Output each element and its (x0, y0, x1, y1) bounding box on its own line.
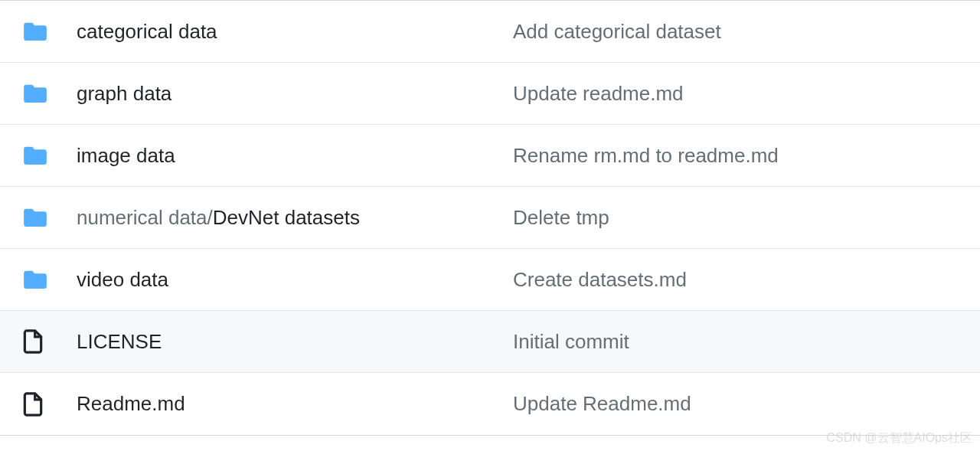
folder-name-link[interactable]: video data (77, 268, 513, 292)
item-name: Readme.md (77, 392, 185, 416)
folder-icon (23, 270, 47, 289)
file-row[interactable]: image dataRename rm.md to readme.md (0, 125, 980, 187)
file-row[interactable]: categorical dataAdd categorical dataset (0, 1, 980, 63)
commit-message-link[interactable]: Update Readme.md (513, 392, 957, 416)
icon-cell (23, 392, 77, 417)
commit-message-link[interactable]: Rename rm.md to readme.md (513, 144, 957, 168)
file-row[interactable]: Readme.mdUpdate Readme.md (0, 373, 980, 435)
file-name-link[interactable]: LICENSE (77, 330, 513, 354)
item-name: graph data (77, 82, 172, 106)
file-icon (23, 329, 43, 354)
file-list: categorical dataAdd categorical dataset … (0, 0, 980, 436)
file-row[interactable]: numerical data/DevNet datasetsDelete tmp (0, 187, 980, 249)
folder-name-link[interactable]: image data (77, 144, 513, 168)
commit-message-link[interactable]: Delete tmp (513, 206, 957, 230)
item-name: image data (77, 144, 175, 168)
item-name: DevNet datasets (213, 206, 360, 230)
icon-cell (23, 21, 77, 41)
item-name: video data (77, 268, 168, 292)
file-row[interactable]: LICENSEInitial commit (0, 311, 980, 373)
commit-message-link[interactable]: Create datasets.md (513, 268, 957, 292)
file-row[interactable]: video dataCreate datasets.md (0, 249, 980, 311)
icon-cell (23, 270, 77, 289)
item-name: LICENSE (77, 330, 162, 354)
icon-cell (23, 145, 77, 165)
icon-cell (23, 329, 77, 354)
commit-message-link[interactable]: Update readme.md (513, 82, 957, 106)
folder-name-link[interactable]: graph data (77, 82, 513, 106)
file-icon (23, 392, 43, 417)
path-prefix: numerical data/ (77, 206, 213, 230)
folder-icon (23, 208, 47, 227)
commit-message-link[interactable]: Add categorical dataset (513, 20, 957, 44)
icon-cell (23, 208, 77, 227)
folder-icon (23, 21, 47, 41)
folder-icon (23, 145, 47, 165)
item-name: categorical data (77, 20, 217, 44)
folder-name-link[interactable]: categorical data (77, 20, 513, 44)
folder-icon (23, 83, 47, 103)
commit-message-link[interactable]: Initial commit (513, 330, 957, 354)
icon-cell (23, 83, 77, 103)
folder-name-link[interactable]: numerical data/DevNet datasets (77, 206, 513, 230)
file-name-link[interactable]: Readme.md (77, 392, 513, 416)
file-row[interactable]: graph dataUpdate readme.md (0, 63, 980, 125)
